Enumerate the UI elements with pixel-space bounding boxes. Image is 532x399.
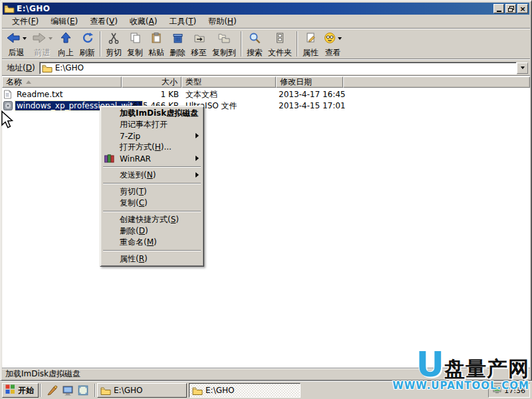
context-menu-item-delete[interactable]: 删除(D) — [102, 225, 202, 237]
submenu-arrow-icon — [196, 133, 199, 138]
column-headers: 名称 大小 类型 修改日期 — [2, 76, 530, 88]
sort-asc-icon — [26, 80, 31, 84]
forward-icon — [32, 32, 47, 46]
minimize-button[interactable] — [493, 4, 504, 13]
window-app-icon[interactable] — [77, 384, 89, 396]
file-type: 文本文档 — [186, 89, 217, 100]
address-input[interactable]: E:\GHO — [39, 62, 517, 74]
submenu-arrow-icon — [196, 156, 199, 161]
context-menu-item-open-with[interactable]: 打开方式(H)... — [102, 142, 202, 153]
toolbar-separator — [241, 31, 242, 57]
context-menu-item-7zip[interactable]: 7-Zip — [102, 130, 202, 142]
restore-button[interactable] — [505, 4, 516, 13]
menu-help[interactable]: 帮助(H) — [202, 15, 242, 29]
folders-icon — [274, 32, 286, 46]
column-header-size[interactable]: 大小 — [122, 76, 182, 88]
context-menu-item-send-to[interactable]: 发送到(N) — [102, 170, 202, 181]
copy-to-icon — [217, 32, 231, 46]
menu-tools[interactable]: 工具(T) — [163, 15, 202, 29]
menu-view[interactable]: 查看(V) — [84, 15, 124, 29]
toolbar: 后退 前进 向上 刷新 剪切 复制 — [2, 29, 530, 59]
search-icon — [249, 32, 261, 46]
show-desktop-icon[interactable] — [62, 384, 74, 396]
task-button-egho-1[interactable]: E:\GHO — [97, 383, 187, 398]
menu-separator — [103, 166, 201, 168]
back-button[interactable]: 后退 — [3, 30, 29, 58]
submenu-arrow-icon — [196, 172, 199, 178]
quick-launch — [43, 384, 93, 396]
task-button-egho-2-active[interactable]: E:\GHO — [189, 383, 301, 398]
copy-button[interactable]: 复制 — [124, 30, 146, 58]
address-label: 地址(D) — [4, 63, 39, 74]
column-header-type[interactable]: 类型 — [182, 76, 276, 88]
views-dropdown-arrow[interactable] — [338, 37, 342, 40]
task-label: E:\GHO — [114, 386, 142, 395]
context-menu-item-rename[interactable]: 重命名(M) — [102, 237, 202, 248]
launch-app-icon[interactable] — [47, 384, 59, 396]
cut-icon — [108, 32, 120, 46]
copy-to-button[interactable]: 复制到 — [209, 30, 239, 58]
paste-button[interactable]: 粘贴 — [146, 30, 167, 58]
start-button[interactable]: 开始 — [2, 383, 39, 398]
context-menu-item-properties[interactable]: 属性(R) — [102, 253, 202, 265]
views-button[interactable]: 查看 — [321, 30, 344, 58]
column-header-date[interactable]: 修改日期 — [276, 76, 343, 88]
tray-icon[interactable] — [493, 386, 501, 396]
file-modified: 2013-4-15 17:01 — [279, 101, 346, 110]
file-row-readme[interactable]: Readme.txt 1 KB 文本文档 2013-4-17 16:45 — [2, 89, 530, 100]
properties-icon — [305, 32, 317, 46]
context-menu-item-winrar[interactable]: WinRAR — [102, 153, 202, 164]
menu-favorites[interactable]: 收藏(A) — [124, 15, 164, 29]
context-menu-item-create-shortcut[interactable]: 创建快捷方式(S) — [102, 214, 202, 225]
refresh-button[interactable]: 刷新 — [76, 30, 98, 58]
title-bar[interactable]: E:\GHO × — [3, 3, 529, 15]
taskbar: 开始 E:\GHO E:\GHO — [0, 381, 532, 399]
folder-icon — [4, 4, 15, 13]
back-icon — [6, 32, 21, 46]
delete-button[interactable]: 删除 — [167, 30, 188, 58]
close-button[interactable]: × — [517, 4, 528, 13]
search-button[interactable]: 搜索 — [244, 30, 265, 58]
views-icon — [324, 32, 336, 46]
move-to-button[interactable]: 移至 — [188, 30, 209, 58]
properties-button[interactable]: 属性 — [300, 30, 321, 58]
file-modified: 2013-4-17 16:45 — [279, 90, 346, 99]
start-label: 开始 — [18, 385, 34, 396]
context-menu-item-open-with-notepad[interactable]: 用记事本打开 — [102, 119, 202, 130]
folder-icon — [42, 64, 53, 72]
menu-separator — [103, 250, 201, 251]
folder-icon — [100, 386, 111, 395]
menu-separator — [103, 183, 201, 184]
winrar-icon — [104, 154, 115, 163]
taskbar-separator — [40, 384, 41, 397]
window-title: E:\GHO — [17, 4, 50, 13]
iso-file-icon — [3, 101, 13, 110]
context-menu-item-copy[interactable]: 复制(C) — [102, 198, 202, 209]
menu-separator — [103, 211, 201, 212]
forward-button[interactable]: 前进 — [29, 30, 55, 58]
back-dropdown-arrow[interactable] — [23, 37, 27, 40]
context-menu-item-mount-imdisk[interactable]: 加载ImDisk虚拟磁盘 — [102, 108, 202, 119]
file-row-iso-selected[interactable]: windows_xp_professional_wit... 615,466 K… — [2, 100, 530, 111]
menu-edit[interactable]: 编辑(E) — [45, 15, 84, 29]
up-icon — [60, 32, 72, 46]
menu-file[interactable]: 文件(F) — [6, 15, 45, 29]
forward-dropdown-arrow[interactable] — [49, 37, 53, 40]
file-list[interactable]: Readme.txt 1 KB 文本文档 2013-4-17 16:45 win… — [2, 88, 530, 368]
task-label: E:\GHO — [205, 386, 234, 395]
move-to-icon — [192, 32, 205, 46]
cut-button[interactable]: 剪切 — [103, 30, 124, 58]
copy-icon — [129, 32, 141, 46]
address-dropdown-button[interactable] — [517, 63, 528, 74]
toolbar-separator — [297, 31, 298, 57]
menu-bar: 文件(F) 编辑(E) 查看(V) 收藏(A) 工具(T) 帮助(H) — [2, 15, 530, 29]
status-bar: 加载ImDisk虚拟磁盘 — [2, 368, 530, 379]
system-tray: 17:36 — [488, 383, 530, 398]
delete-icon — [172, 32, 184, 46]
folder-icon — [192, 386, 203, 395]
column-header-name[interactable]: 名称 — [2, 76, 122, 88]
up-button[interactable]: 向上 — [55, 30, 76, 58]
context-menu: 加载ImDisk虚拟磁盘 用记事本打开 7-Zip 打开方式(H)... Win… — [100, 106, 204, 267]
context-menu-item-cut[interactable]: 剪切(T) — [102, 186, 202, 198]
folders-button[interactable]: 文件夹 — [265, 30, 295, 58]
